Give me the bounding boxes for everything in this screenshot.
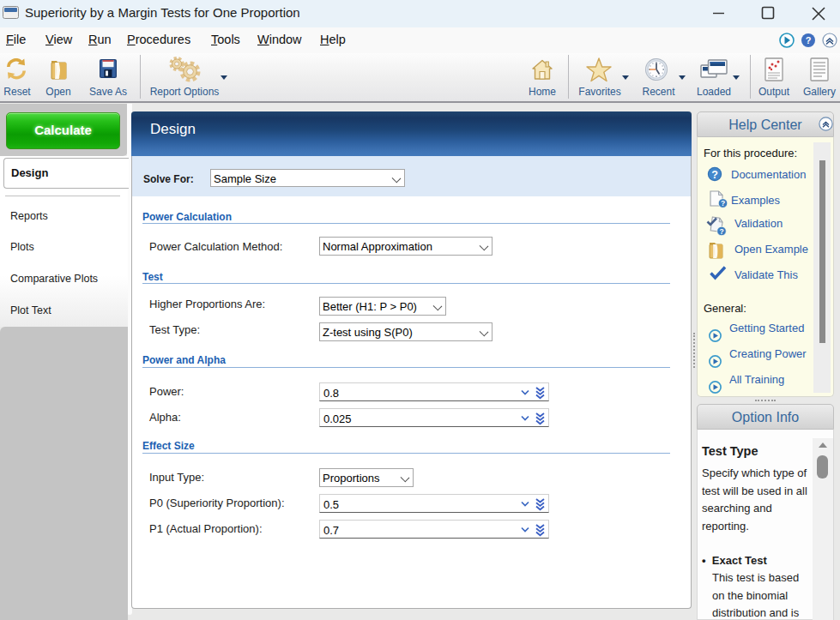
svg-text:?: ? — [711, 169, 718, 181]
svg-text:?: ? — [806, 35, 812, 45]
svg-text:?: ? — [721, 199, 725, 208]
svg-text:?: ? — [719, 227, 723, 236]
